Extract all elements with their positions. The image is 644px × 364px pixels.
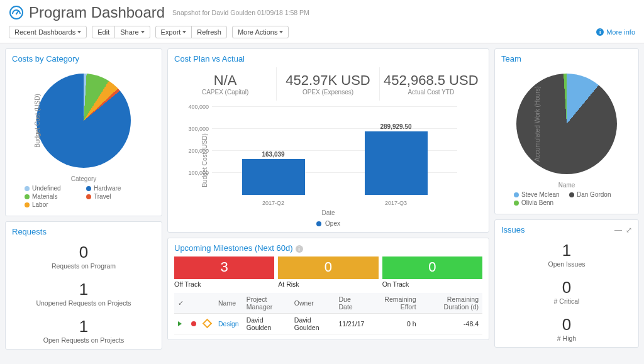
recent-dashboards-label: Recent Dashboards	[14, 28, 75, 36]
issues-card: Issues — ⤢ 1Open Issues 0# Critical 0# H…	[494, 219, 639, 348]
legend-olivia: Olivia Benn	[521, 199, 553, 206]
open-issues-count: 1	[501, 241, 632, 260]
requests-card: Requests 0Requests on Program 1Unopened …	[5, 221, 162, 350]
info-icon: i	[596, 28, 604, 36]
costs-ylabel: Budget Cost (USD)	[34, 94, 41, 148]
svg-point-0	[10, 6, 23, 19]
legend-undefined: Undefined	[32, 185, 61, 192]
legend-hardware: Hardware	[94, 185, 121, 192]
high-issues-count: 0	[501, 315, 632, 334]
xtick: 2017-Q2	[262, 200, 284, 206]
on-track-count: 0	[382, 259, 482, 275]
on-track-tile[interactable]: 0	[382, 256, 482, 279]
col-owner[interactable]: Owner	[291, 293, 335, 314]
costs-pie-chart	[36, 74, 131, 168]
row-owner: David Goulden	[291, 314, 335, 334]
open-requests-count: 1	[12, 317, 155, 336]
status-dot-icon	[191, 321, 196, 326]
critical-issues-label: # Critical	[501, 297, 632, 305]
team-ylabel: Accumulated Work (Hours)	[534, 86, 541, 162]
swatch-icon	[569, 192, 574, 197]
issues-title: Issues	[501, 225, 525, 234]
at-risk-count: 0	[278, 259, 378, 275]
legend-travel: Travel	[94, 193, 111, 200]
off-track-count: 3	[174, 259, 274, 275]
expand-icon[interactable]	[178, 321, 182, 326]
unopened-requests-label: Unopened Requests on Projects	[12, 299, 155, 307]
row-effort: 0 h	[370, 314, 420, 334]
costs-card-title: Costs by Category	[12, 54, 155, 63]
col-check[interactable]: ✓	[174, 293, 187, 314]
bar-chart-xlabel: Date	[174, 209, 482, 216]
legend-labor: Labor	[32, 201, 48, 208]
unopened-requests-count: 1	[12, 280, 155, 299]
bar	[242, 159, 305, 195]
ytick: 100,000	[177, 170, 209, 176]
recent-dashboards-button[interactable]: Recent Dashboards	[9, 26, 87, 38]
col-due[interactable]: Due Date	[335, 293, 370, 314]
legend-steve: Steve Mclean	[521, 191, 560, 198]
row-pm: David Goulden	[243, 314, 291, 334]
at-risk-tile[interactable]: 0	[278, 256, 378, 279]
open-requests-label: Open Requests on Projects	[12, 336, 155, 344]
row-duration: -48.4	[420, 314, 482, 334]
swatch-icon	[514, 201, 519, 206]
swatch-icon	[25, 194, 30, 199]
more-info-label: More info	[606, 28, 635, 36]
milestones-title: Upcoming Milestones (Next 60d)i	[174, 243, 482, 253]
bar-chart-legend: Opex	[174, 220, 482, 227]
bar	[365, 131, 428, 195]
export-button[interactable]: Export	[155, 26, 192, 38]
upcoming-milestones-card: Upcoming Milestones (Next 60d)i 3Off Tra…	[167, 238, 489, 340]
team-card: Team Accumulated Work (Hours) Name Steve…	[494, 48, 639, 214]
costs-xlabel: Category	[12, 175, 155, 182]
xtick: 2017-Q3	[385, 200, 407, 206]
costs-by-category-card: Costs by Category Budget Cost (USD) Cate…	[5, 48, 162, 216]
col-pm[interactable]: Project Manager	[243, 293, 291, 314]
team-title: Team	[501, 54, 632, 63]
ytick: 200,000	[177, 148, 209, 154]
cost-plan-vs-actual-card: Cost Plan vs Actual N/ACAPEX (Capital) 4…	[167, 48, 489, 233]
col-effort[interactable]: Remaining Effort	[370, 293, 420, 314]
col-name[interactable]: Name	[214, 293, 243, 314]
toolbar: Recent Dashboards Edit Share Export Refr…	[9, 21, 635, 43]
bar-value-label: 289,929.50	[380, 123, 411, 130]
swatch-icon	[25, 202, 30, 207]
capex-label: CAPEX (Capital)	[177, 89, 274, 96]
swatch-icon	[514, 192, 519, 197]
team-legend: Steve Mclean Dan Gordon Olivia Benn	[501, 189, 632, 209]
off-track-tile[interactable]: 3	[174, 256, 274, 279]
chevron-down-icon	[182, 31, 186, 33]
requests-title: Requests	[12, 227, 155, 236]
legend-dan: Dan Gordon	[577, 191, 611, 198]
info-icon[interactable]: i	[296, 245, 303, 253]
share-label: Share	[120, 28, 138, 36]
swatch-icon	[86, 186, 91, 191]
more-info-link[interactable]: iMore info	[596, 28, 635, 36]
col-duration[interactable]: Remaining Duration (d)	[420, 293, 482, 314]
more-actions-button[interactable]: More Actions	[232, 26, 289, 38]
swatch-icon	[316, 221, 321, 226]
cost-plan-bar-chart: Budget Cost (USD) 100,000 200,000 300,00…	[174, 107, 482, 214]
requests-program-count: 0	[12, 243, 155, 262]
table-row[interactable]: Design David Goulden David Goulden 11/21…	[174, 314, 482, 334]
chevron-down-icon	[141, 31, 145, 33]
bar-chart-ylabel: Budget Cost (USD)	[201, 133, 208, 187]
actual-ytd-label: Actual Cost YTD	[382, 89, 480, 96]
refresh-button[interactable]: Refresh	[191, 26, 227, 38]
row-name[interactable]: Design	[214, 314, 243, 334]
ytick: 400,000	[177, 104, 209, 110]
cost-plan-title: Cost Plan vs Actual	[174, 54, 482, 63]
expand-icon[interactable]: ⤢	[626, 226, 632, 234]
edit-button[interactable]: Edit	[92, 26, 115, 38]
chevron-down-icon	[279, 31, 283, 33]
critical-issues-count: 0	[501, 278, 632, 297]
row-due: 11/21/17	[335, 314, 370, 334]
col-status	[187, 293, 200, 314]
capex-value: N/A	[177, 72, 274, 89]
dashboard-gauge-icon	[9, 5, 24, 20]
col-type	[200, 293, 214, 314]
minimize-icon[interactable]: —	[614, 226, 622, 234]
share-button[interactable]: Share	[114, 26, 150, 38]
page-subtitle: Snapshot for David Goulden 01/09/18 1:58…	[172, 9, 309, 16]
